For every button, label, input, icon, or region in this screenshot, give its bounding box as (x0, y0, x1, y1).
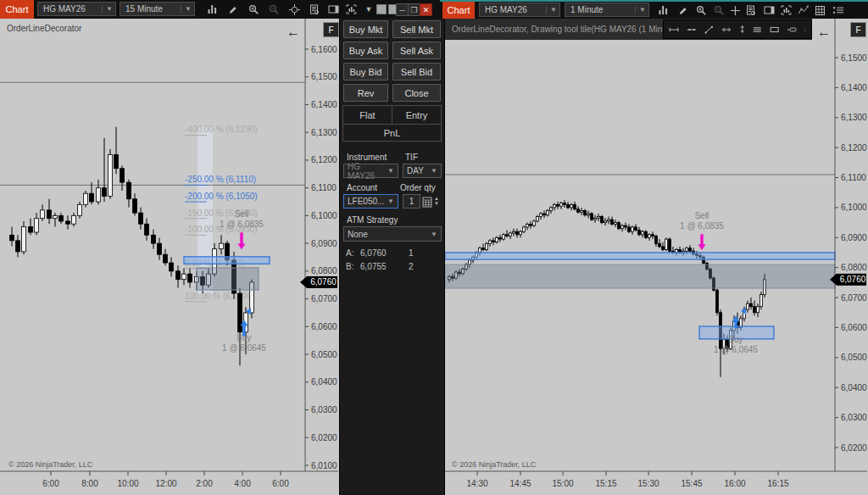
arrow-line-icon[interactable] (721, 25, 732, 35)
left-chart-title: OrderLineDecorator (7, 24, 81, 33)
spin-down-icon[interactable]: ▼ (434, 202, 439, 206)
svg-text:6,0400: 6,0400 (311, 377, 337, 387)
buy-ask-button[interactable]: Buy Ask (343, 42, 388, 59)
zoom-in-icon[interactable] (693, 3, 709, 18)
flat-button[interactable]: Flat (343, 106, 392, 124)
svg-text:6,0900: 6,0900 (311, 239, 337, 248)
chart-window-icon[interactable] (777, 3, 794, 18)
fit-button-left[interactable]: F (323, 22, 339, 37)
sell-mkt-button[interactable]: Sell Mkt (392, 20, 441, 38)
svg-text:6,1500: 6,1500 (311, 72, 337, 81)
svg-text:1 @ 6,0835: 1 @ 6,0835 (220, 220, 264, 229)
back-arrow-icon[interactable]: ← (287, 26, 300, 38)
svg-text:6,1400: 6,1400 (841, 83, 867, 92)
order-qty-label: Order qty (400, 183, 436, 192)
svg-text:6,1600: 6,1600 (311, 45, 337, 54)
sell-bid-button[interactable]: Sell Bid (392, 63, 441, 81)
price-marker-icon[interactable] (787, 25, 797, 35)
depth-row-b: B: 6,0755 2 (346, 262, 353, 271)
chart-style-icon[interactable] (654, 3, 671, 18)
svg-text:6,0800: 6,0800 (311, 266, 337, 275)
svg-text:6,0200: 6,0200 (841, 443, 867, 453)
right-chart-plot[interactable]: Sell1 @ 6,0835Buy1 @ 6,06456,15006,14006… (445, 19, 868, 495)
instrument-selector-left[interactable]: HG MAY26▼ (37, 2, 116, 16)
svg-text:8:00: 8:00 (81, 479, 98, 488)
chevron-down-icon: ▼ (635, 6, 646, 14)
draw-icon[interactable] (224, 2, 241, 17)
svg-text:12:00: 12:00 (155, 479, 176, 488)
grip-icon[interactable]: ⁞ (804, 28, 806, 31)
close-icon[interactable]: ✕ (420, 3, 432, 16)
back-arrow-icon[interactable]: ← (817, 26, 831, 38)
svg-text:6,1400: 6,1400 (311, 100, 337, 109)
zoom-in-icon[interactable] (245, 2, 262, 17)
order-qty-input[interactable]: 1 (403, 194, 420, 209)
zoom-out-icon[interactable] (265, 2, 282, 17)
menu-chevron-icon[interactable]: ▼ (363, 3, 375, 15)
data-box-icon[interactable] (743, 3, 760, 18)
instrument-dropdown-value: HG MAY26 (348, 162, 387, 181)
zoom-out-icon[interactable] (710, 3, 727, 18)
trend-line-icon[interactable] (704, 25, 714, 35)
svg-text:-400.00 % (6,1290): -400.00 % (6,1290) (185, 125, 258, 134)
left-chart-plot[interactable]: -400.00 % (6,1290)-250.00 % (6,1110)-200… (0, 19, 339, 495)
svg-text:6,0700: 6,0700 (311, 294, 337, 303)
parallel-lines-icon[interactable] (753, 25, 762, 35)
atm-strategy-label: ATM Strategy (347, 215, 398, 225)
svg-text:6,0600: 6,0600 (311, 322, 337, 331)
account-label: Account (347, 183, 377, 192)
close-position-button[interactable]: Close (392, 84, 441, 102)
data-box-icon[interactable] (306, 2, 323, 17)
extended-line-icon[interactable] (687, 25, 697, 35)
buy-mkt-button[interactable]: Buy Mkt (343, 20, 388, 38)
indicators-zigzag-icon[interactable] (794, 3, 811, 18)
restore-icon[interactable]: ❐ (408, 3, 420, 16)
svg-text:6,1200: 6,1200 (311, 155, 337, 164)
svg-text:15:45: 15:45 (681, 479, 702, 488)
svg-text:-200.00 % (6,1050): -200.00 % (6,1050) (185, 192, 258, 201)
tif-dropdown-value: DAY (407, 166, 424, 175)
svg-text:14:30: 14:30 (466, 479, 487, 488)
chart-style-icon[interactable] (203, 2, 220, 17)
fit-button-right[interactable]: F (850, 22, 866, 37)
draw-icon[interactable] (674, 3, 691, 18)
quantity-stepper[interactable]: ▲▼ (434, 194, 439, 209)
chart-window-icon[interactable] (342, 2, 359, 17)
svg-text:Sell: Sell (695, 211, 709, 220)
list-icon[interactable] (830, 3, 847, 18)
sell-ask-button[interactable]: Sell Ask (392, 42, 441, 59)
reverse-button[interactable]: Rev (343, 84, 388, 102)
instrument-dropdown[interactable]: HG MAY26▼ (343, 164, 398, 178)
instrument-selector-right[interactable]: HG MAY26▼ (479, 3, 560, 17)
svg-text:2:00: 2:00 (196, 479, 213, 488)
row-key: A: (346, 248, 353, 258)
instrument-label: Instrument (347, 153, 387, 162)
buy-bid-button[interactable]: Buy Bid (343, 63, 388, 81)
interval-selector-left[interactable]: 15 Minute▼ (120, 2, 195, 16)
interval-selector-right[interactable]: 1 Minute▼ (565, 3, 649, 17)
chart-trader-panel-icon[interactable] (760, 3, 777, 18)
minimize-icon[interactable]: ─ (396, 3, 409, 16)
interval-value: 15 Minute (125, 4, 163, 14)
account-dropdown[interactable]: LFE050...▼ (343, 194, 398, 209)
tab-chart-left[interactable]: Chart (0, 0, 34, 19)
pnl-button[interactable]: PnL (343, 124, 441, 141)
svg-text:15:30: 15:30 (637, 479, 659, 488)
svg-text:6,0900: 6,0900 (841, 233, 867, 242)
calculator-icon[interactable] (422, 196, 432, 211)
tab-chart-right[interactable]: Chart (442, 2, 475, 19)
crosshair-icon[interactable] (286, 2, 303, 17)
workspace-square-icon[interactable] (376, 4, 387, 14)
atm-strategy-dropdown[interactable]: None▼ (343, 226, 442, 242)
vertical-line-icon[interactable] (739, 24, 746, 35)
properties-grid-icon[interactable] (811, 3, 828, 18)
horizontal-line-icon[interactable] (669, 25, 679, 35)
rectangle-icon[interactable] (770, 25, 779, 35)
position-group: Flat Entry PnL (342, 105, 442, 142)
svg-text:6,1000: 6,1000 (311, 211, 337, 220)
chart-trader-panel-icon[interactable] (325, 2, 342, 17)
svg-text:16:15: 16:15 (767, 479, 788, 488)
entry-button[interactable]: Entry (392, 106, 441, 124)
tif-dropdown[interactable]: DAY▼ (403, 164, 442, 178)
plus-icon[interactable] (726, 3, 743, 18)
